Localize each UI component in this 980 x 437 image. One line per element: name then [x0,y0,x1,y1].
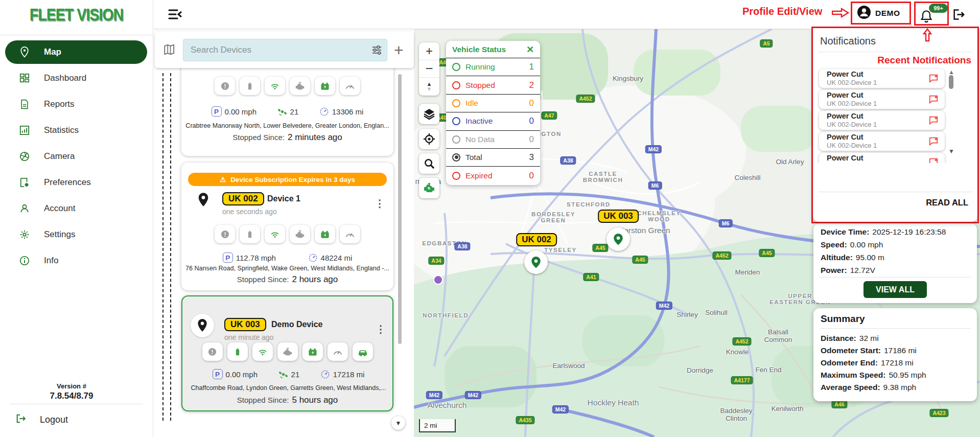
pin-circle [191,314,214,337]
sidebar-item-label: Preferences [44,177,91,188]
road-shield: A41 [583,273,599,281]
road-shield: A47 [541,111,557,120]
satellite-icon [278,370,288,379]
road-shield: A45 [592,244,608,252]
notification-device: UK 002-Device 1 [827,79,877,86]
map-place-label: Meriden [735,268,760,276]
info-row: Device Time:2025-12-19 16:23:58 [821,227,946,237]
sidebar-item-dashboard[interactable]: Dashboard [5,66,147,90]
engine-filter-button[interactable] [419,178,439,198]
device-name: Device 1 [267,194,300,203]
close-icon[interactable]: ✕ [526,44,534,55]
notifications-panel: Notifications Recent Notifications Power… [813,28,977,222]
map-place-label: Kingsbury [613,75,643,82]
device-card-partial[interactable]: P0.00 mph 21 13306 mi Crabtree Manorway … [181,55,393,156]
sidebar-item-settings[interactable]: Settings [5,223,147,246]
add-device-button[interactable]: + [394,41,404,60]
sidebar-item-info[interactable]: Info [5,249,147,272]
sidebar-item-preferences[interactable]: Preferences [5,171,147,194]
device-card-uk002[interactable]: ⚠ Device Subscription Expires in 3 days … [181,163,393,290]
sidebar-item-label: Account [44,203,75,214]
status-row-total[interactable]: Total 3 [446,148,540,166]
tilt-up-icon[interactable]: ▲ [427,81,432,86]
road-shield: M42 [552,405,569,413]
running-status-icon [452,63,460,71]
device-list-panel: P0.00 mph 21 13306 mi Crabtree Manorway … [155,29,414,437]
sidebar-item-account[interactable]: Account [5,197,147,220]
status-count: 3 [529,152,534,163]
logout-button[interactable]: Logout [15,413,68,427]
odometer-stat: 13306 mi [319,107,364,117]
tilt-control[interactable]: ▲ ▼ [419,77,439,95]
map-search-button[interactable] [419,153,439,174]
notification-item[interactable]: Power Cut UK 002-Device 1 [819,69,945,88]
status-row-nodata[interactable]: No Data 0 [446,130,540,148]
road-shield: A452 [576,95,595,103]
scroll-down-icon[interactable]: ▼ [948,148,954,155]
view-all-button[interactable]: VIEW ALL [864,281,927,298]
person-icon [18,202,31,215]
status-row-idle[interactable]: Idle 0 [446,94,540,112]
card-menu-icon[interactable]: ⋮ [375,197,385,210]
summary-row: Odometer End:17218 mi [821,358,914,367]
sidebar-item-statistics[interactable]: Statistics [5,119,147,142]
read-all-button[interactable]: READ ALL [926,198,968,208]
notifications-button[interactable]: 99+ [914,2,949,26]
status-row-stopped[interactable]: Stopped 2 [446,76,540,94]
notification-scrollbar[interactable] [949,75,953,89]
preferences-icon [18,176,31,189]
sidebar-item-map[interactable]: Map [5,40,147,64]
map-place-label: Kenilworth [771,405,803,412]
profile-button[interactable]: DEMO [851,2,911,25]
scroll-up-icon[interactable]: ▲ [948,68,954,76]
status-row-inactive[interactable]: Inactive 0 [446,112,540,130]
satellite-icon [277,107,287,117]
sidebar-item-camera[interactable]: Camera [5,145,147,168]
menu-collapse-icon[interactable] [168,8,183,22]
status-row-expired[interactable]: Expired 0 [446,166,540,184]
device-card-uk003[interactable]: UK 003 Demo Device one minute ago ⋮ [181,295,393,411]
profile-annotation: Profile Edit/View [742,6,822,17]
speedometer-icon [340,77,360,95]
map-place-label: Old Arley [776,158,804,166]
plate-badge: UK 002 [222,192,264,205]
zoom-out-button[interactable]: − [419,60,439,77]
last-update: one minute ago [224,333,274,341]
card-menu-icon[interactable]: ⋮ [376,323,386,335]
filter-tune-icon[interactable] [371,45,382,57]
total-status-icon [452,153,460,162]
locate-button[interactable] [419,129,439,149]
layers-button[interactable] [419,104,439,124]
message-alert-icon [928,73,939,85]
battery-icon [240,77,260,95]
map-marker-plate-uk002[interactable]: UK 002 [516,233,557,246]
notification-item[interactable]: Power Cut UK 002-Device 1 [819,90,945,109]
divider [0,35,153,35]
pin-icon [196,318,208,333]
notification-title: Power Cut [827,112,864,120]
odometer-icon [308,253,318,263]
device-list-scrollbar[interactable] [398,74,402,344]
logout-icon[interactable] [951,8,965,24]
notification-count-badge: 99+ [929,4,948,13]
pin-icon [197,192,210,210]
notification-item[interactable]: Power Cut UK 002-Device 1 [819,153,945,163]
status-row-running[interactable]: Running 1 [446,58,540,76]
map-marker-plate-uk003[interactable]: UK 003 [598,210,639,223]
alert-icon [215,225,235,243]
engine-icon [290,225,310,243]
map-place-label: Shirley [676,311,697,318]
map-marker-uk003[interactable] [606,227,630,251]
tilt-down-icon[interactable]: ▼ [427,86,432,91]
map-place-label: Coleshill [734,174,760,181]
search-input[interactable] [183,39,387,61]
speed-stat: P0.00 mph [212,106,257,117]
list-dashed-guide [162,73,164,421]
notification-item[interactable]: Power Cut UK 002-Device 1 [819,132,945,151]
sidebar-item-reports[interactable]: Reports [5,93,147,116]
map-marker-uk002[interactable] [524,250,548,274]
notification-item[interactable]: Power Cut UK 002-Device 1 [819,111,945,130]
zoom-in-button[interactable]: + [419,42,439,60]
scroll-down-button[interactable]: ▼ [391,416,405,430]
road-shield: A4177 [731,376,753,384]
